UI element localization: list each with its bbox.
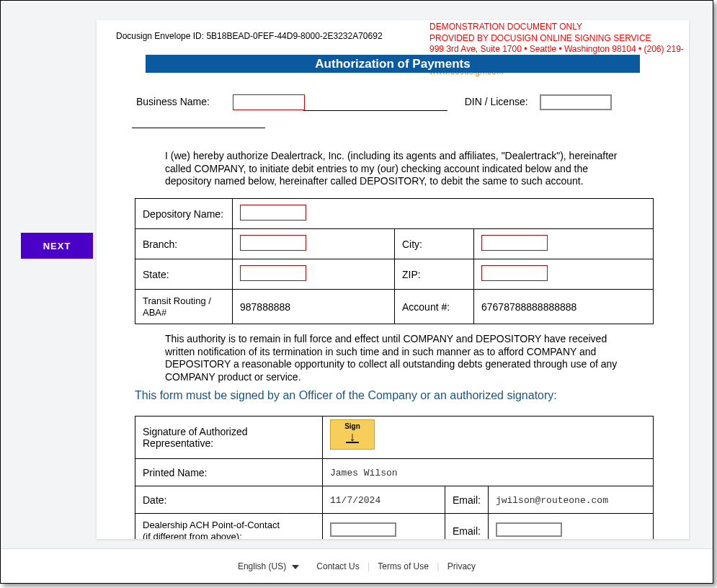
account-value: 67678788888888888 (474, 290, 654, 324)
ach-poc-label: Dealership ACH Point-of-Contact (if diff… (135, 514, 323, 540)
demo-line1: DEMONSTRATION DOCUMENT ONLY (429, 22, 689, 33)
business-name-input[interactable] (233, 94, 305, 110)
footer: English (US) Contact Us | Terms of Use |… (1, 548, 713, 583)
signature-table: Signature of Authorized Representative: … (135, 416, 654, 539)
business-row: Business Name: DIN / License: (136, 94, 655, 128)
email2-label: Email: (445, 514, 489, 540)
depository-table: Depository Name: Branch: City: State: ZI… (135, 198, 654, 324)
email-value: jwilson@routeone.com (496, 495, 608, 506)
state-label: State: (135, 259, 233, 290)
business-name-label: Business Name: (136, 96, 230, 107)
document-page: Docusign Envelope ID: 5B18BEAD-0FEF-44D9… (97, 20, 689, 539)
next-button[interactable]: NEXT (21, 233, 93, 259)
footer-sep2: | (437, 561, 439, 571)
chevron-down-icon (292, 565, 299, 569)
depository-name-input[interactable] (240, 205, 306, 220)
ach-email-input[interactable] (496, 522, 562, 537)
routing-label: Transit Routing / ABA# (135, 290, 233, 324)
envelope-id: Docusign Envelope ID: 5B18BEAD-0FEF-44D9… (116, 31, 383, 41)
zip-input[interactable] (481, 265, 548, 281)
branch-label: Branch: (135, 229, 233, 259)
zip-label: ZIP: (395, 259, 474, 290)
sign-here-tab[interactable]: Sign ↓ (330, 419, 375, 450)
page-title: Authorization of Payments (146, 55, 640, 73)
din-label: DIN / License: (465, 96, 537, 107)
depository-name-label: Depository Name: (135, 199, 233, 229)
ach-poc-l1: Dealership ACH Point-of-Contact (143, 520, 280, 530)
footer-privacy-link[interactable]: Privacy (447, 561, 476, 571)
branch-input[interactable] (240, 235, 306, 251)
ach-poc-input[interactable] (330, 522, 396, 537)
footer-terms-link[interactable]: Terms of Use (378, 561, 429, 571)
state-input[interactable] (240, 265, 306, 281)
city-input[interactable] (481, 235, 548, 251)
din-input[interactable] (540, 94, 612, 110)
date-label: Date: (135, 486, 323, 514)
sign-instruction: This form must be signed by an Officer o… (135, 389, 557, 402)
paragraph-authority: This authority is to remain in full forc… (165, 333, 626, 383)
sign-arrow-icon: ↓ (331, 432, 374, 442)
din-underline (132, 111, 265, 128)
language-label: English (US) (238, 561, 286, 571)
paragraph-authorization: I (we) hereby authorize Dealertrack, Inc… (165, 150, 626, 188)
account-label: Account #: (395, 290, 474, 324)
footer-contact-link[interactable]: Contact Us (316, 561, 359, 571)
printed-name-value: James Wilson (330, 468, 398, 478)
email-label: Email: (445, 486, 489, 514)
language-selector[interactable]: English (US) (238, 561, 301, 571)
footer-sep1: | (368, 561, 370, 571)
sig-rep-label: Signature of Authorized Representative: (135, 416, 323, 459)
ach-poc-l2: (if different from above): (143, 531, 242, 539)
date-value: 11/7/2024 (330, 495, 380, 506)
routing-value: 987888888 (233, 290, 395, 324)
demo-line2: PROVIDED BY DOCUSIGN ONLINE SIGNING SERV… (429, 33, 689, 45)
printed-name-label: Printed Name: (135, 459, 323, 486)
city-label: City: (395, 229, 474, 259)
business-name-underline (303, 94, 447, 111)
